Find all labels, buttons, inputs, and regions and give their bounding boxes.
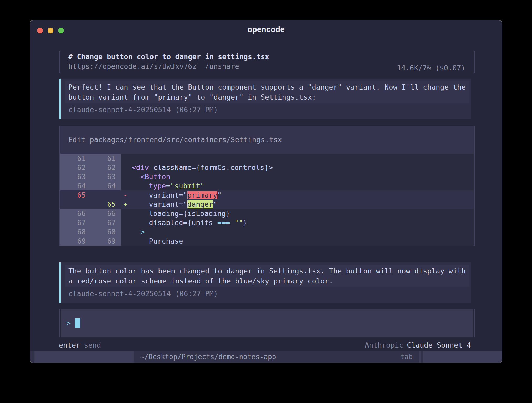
- diff-gutter: 6363: [60, 172, 121, 181]
- diff-gutter: 6666: [60, 209, 121, 218]
- session-header-left: # Change button color to danger in setti…: [68, 52, 269, 73]
- hint-row: entersend AnthropicClaude Sonnet 4: [59, 340, 475, 350]
- diff-gutter: 6868: [60, 227, 121, 236]
- old-line-number: 66: [60, 209, 86, 218]
- old-line-number: 63: [60, 172, 86, 181]
- prompt-input[interactable]: >: [61, 309, 473, 337]
- diff-code-line: >: [121, 227, 145, 236]
- diff-code-line: <div className={formCs.controls}>: [121, 163, 273, 172]
- session-header: # Change button color to danger in setti…: [59, 51, 475, 73]
- diff-code-line: <Button: [121, 172, 170, 181]
- diff-gutter: 65: [60, 200, 121, 209]
- assistant-message-2: The button color has been changed to dan…: [59, 262, 471, 303]
- message-text: The button color has been changed to dan…: [65, 265, 469, 287]
- diff-code-line: type="submit": [121, 181, 204, 190]
- old-line-number: 68: [60, 227, 86, 236]
- diff-row: 6868 >: [60, 227, 474, 236]
- diff-row: 65- variant="primary": [60, 190, 474, 200]
- status-bar: opencodev0.3.11 ~/Desktop/Projects/demo-…: [30, 351, 502, 363]
- old-line-number: [60, 200, 86, 209]
- diff-code-line: [121, 154, 123, 163]
- diff-row: 6666 loading={isLoading}: [60, 209, 474, 218]
- diff-gutter: 6262: [60, 163, 121, 172]
- diff-code-line: loading={isLoading}: [121, 209, 230, 218]
- diff-row: 6464 type="submit": [60, 181, 474, 190]
- app-version-chip: opencodev0.3.11: [34, 351, 134, 363]
- old-line-number: 69: [60, 236, 86, 246]
- diff-gutter: 6161: [60, 154, 121, 163]
- diff-row: 6363 <Button: [60, 172, 474, 181]
- diff-row: 65+ variant="danger": [60, 200, 474, 209]
- old-line-number: 64: [60, 181, 86, 190]
- prompt-symbol: >: [66, 319, 71, 327]
- edit-tool-inner: Edit packages/frontend/src/containers/Se…: [60, 126, 474, 246]
- provider-label: Anthropic: [365, 341, 403, 349]
- new-line-number: 64: [86, 181, 116, 190]
- diff-row: 6262 <div className={formCs.controls}>: [60, 163, 474, 172]
- session-title: # Change button color to danger in setti…: [68, 52, 269, 61]
- old-line-number: 67: [60, 218, 86, 227]
- message-model-meta: claude-sonnet-4-20250514 (06:27 PM): [68, 289, 466, 299]
- old-line-number: 61: [60, 154, 86, 163]
- new-line-number: [86, 190, 116, 200]
- diff-code-line: + variant="danger": [121, 200, 217, 209]
- diff-code-line: disabled={units === ""}: [121, 218, 247, 227]
- opencode-window: opencode # Change button color to danger…: [30, 20, 502, 363]
- message-model-meta: claude-sonnet-4-20250514 (06:27 PM): [68, 105, 466, 115]
- diff-code-line: - variant="primary": [121, 190, 222, 200]
- model-indicator: AnthropicClaude Sonnet 4: [365, 340, 471, 350]
- enter-key-hint: enter: [59, 341, 80, 349]
- diff-row: 6969 Purchase: [60, 236, 474, 246]
- diff-row: 6161: [60, 154, 474, 163]
- diff-row: 6767 disabled={units === ""}: [60, 218, 474, 227]
- new-line-number: 67: [86, 218, 116, 227]
- tab-key-hint[interactable]: tab: [400, 351, 413, 363]
- new-line-number: 69: [86, 236, 116, 246]
- assistant-message-1: Perfect! I can see that the Button compo…: [59, 79, 471, 119]
- diff-gutter: 6969: [60, 236, 121, 246]
- token-usage: 14.6K/7% ($0.07): [397, 63, 465, 73]
- titlebar: opencode: [30, 20, 502, 39]
- edit-tool-block: Edit packages/frontend/src/containers/Se…: [59, 126, 475, 246]
- send-action-label: send: [84, 341, 101, 349]
- diff-gutter: 6767: [60, 218, 121, 227]
- new-line-number: 68: [86, 227, 116, 236]
- diff-code-line: Purchase: [121, 236, 183, 246]
- working-directory: ~/Desktop/Projects/demo-notes-app: [140, 351, 276, 363]
- new-line-number: 65: [86, 200, 116, 209]
- old-line-number: 62: [60, 163, 86, 172]
- new-line-number: 66: [86, 209, 116, 218]
- diff-gutter: 6464: [60, 181, 121, 190]
- statusbar-divider: [419, 351, 421, 363]
- window-title: opencode: [30, 25, 502, 34]
- mode-chip[interactable]: BUILDMODE: [423, 351, 502, 363]
- unshare-command[interactable]: /unshare: [205, 62, 239, 70]
- new-line-number: 62: [86, 163, 116, 172]
- prompt-input-section: >: [59, 309, 475, 337]
- edit-tool-header: Edit packages/frontend/src/containers/Se…: [60, 126, 474, 154]
- new-line-number: 63: [86, 172, 116, 181]
- model-label: Claude Sonnet 4: [407, 341, 471, 349]
- diff-view: 61616262 <div className={formCs.controls…: [60, 154, 474, 246]
- text-cursor: [75, 318, 80, 328]
- new-line-number: 61: [86, 154, 116, 163]
- message-text: Perfect! I can see that the Button compo…: [65, 81, 469, 103]
- old-line-number: 65: [60, 190, 86, 200]
- session-subtitle: https://opencode.ai/s/UwJxv76z/unshare: [68, 61, 269, 71]
- send-hint: entersend: [59, 340, 101, 350]
- share-url-link[interactable]: https://opencode.ai/s/UwJxv76z: [68, 62, 197, 70]
- diff-gutter: 65: [60, 190, 121, 200]
